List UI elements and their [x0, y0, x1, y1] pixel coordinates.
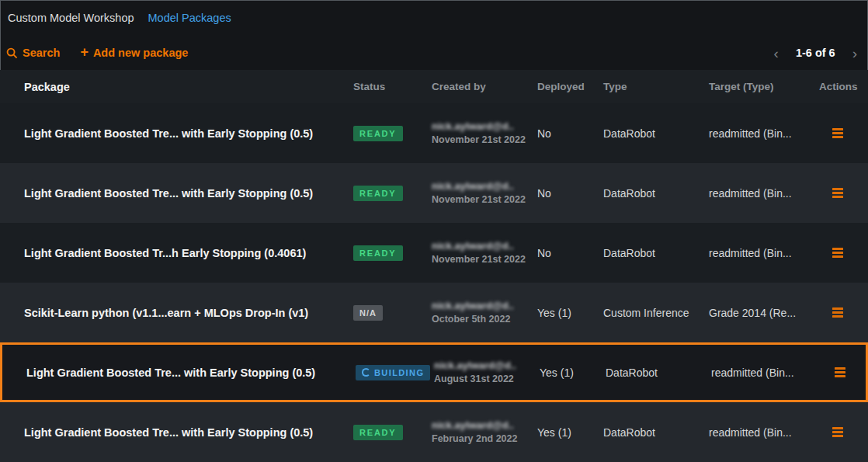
created-by-email: nick.aylward@d..	[432, 120, 537, 134]
search-button[interactable]: Search	[6, 47, 60, 59]
status-badge-label: READY	[359, 428, 397, 437]
toolbar: Search + Add new package ‹ 1-6 of 6 ›	[0, 36, 868, 70]
package-name: Light Gradient Boosted Tre... with Early…	[2, 366, 356, 379]
package-name: Light Gradient Boosted Tre... with Early…	[0, 127, 353, 140]
pagination-prev-icon[interactable]: ‹	[774, 46, 779, 61]
table-row[interactable]: Light Gradient Boosted Tr...h Early Stop…	[0, 223, 868, 283]
created-by-email: nick.aylward@d..	[432, 179, 537, 193]
created-by-email: nick.aylward@d..	[432, 419, 537, 432]
type-value: Custom Inference	[603, 307, 709, 319]
created-date: February 2nd 2022	[432, 432, 537, 446]
column-header-created-by: Created by	[432, 81, 537, 92]
status-badge-label: READY	[359, 189, 397, 198]
table-row[interactable]: Light Gradient Boosted Tre... with Early…	[0, 163, 868, 223]
status-badge: N/A	[353, 305, 383, 321]
deployed-value: Yes (1)	[537, 426, 603, 439]
deployed-value: Yes (1)	[540, 366, 606, 379]
tab-model-packages[interactable]: Model Packages	[148, 12, 231, 24]
target-value: readmitted (Bin...	[709, 426, 819, 439]
column-header-deployed: Deployed	[537, 81, 603, 92]
row-actions-menu-icon[interactable]	[832, 128, 843, 138]
target-value: readmitted (Bin...	[709, 127, 819, 140]
column-header-package: Package	[0, 81, 353, 93]
created-date: October 5th 2022	[432, 313, 537, 326]
type-value: DataRobot	[603, 247, 709, 259]
created-by-email: nick.aylward@d..	[432, 239, 537, 253]
created-date: August 31st 2022	[434, 373, 540, 386]
table-header: Package Status Created by Deployed Type …	[0, 70, 868, 103]
status-badge: BUILDING	[356, 365, 430, 380]
status-badge: READY	[353, 245, 403, 261]
created-by-email: nick.aylward@d..	[432, 299, 537, 313]
add-new-package-label: Add new package	[93, 47, 188, 59]
status-badge: READY	[353, 425, 403, 440]
row-actions-menu-icon[interactable]	[832, 188, 843, 198]
row-actions-menu-icon[interactable]	[832, 307, 843, 318]
target-value: readmitted (Bin...	[709, 247, 819, 259]
status-badge-label: READY	[359, 129, 397, 138]
package-name: Scikit-Learn python (v1.1...earn + MLOps…	[0, 307, 353, 319]
row-actions-menu-icon[interactable]	[835, 367, 845, 377]
table-row[interactable]: Light Gradient Boosted Tre... with Early…	[0, 342, 868, 402]
column-header-target-type: Target (Type)	[709, 81, 819, 92]
pagination: ‹ 1-6 of 6 ›	[774, 46, 857, 61]
status-badge-label: N/A	[359, 308, 377, 318]
pagination-next-icon[interactable]: ›	[852, 46, 857, 61]
target-value: readmitted (Bin...	[711, 366, 821, 379]
status-badge: READY	[353, 186, 403, 201]
search-icon	[6, 47, 18, 59]
row-actions-menu-icon[interactable]	[832, 427, 843, 437]
created-by-email: nick.aylward@d..	[434, 359, 540, 373]
column-header-status: Status	[353, 81, 432, 92]
plus-icon: +	[80, 45, 89, 59]
table-row[interactable]: Light Gradient Boosted Tre... with Early…	[0, 103, 868, 163]
table-body: Light Gradient Boosted Tre... with Early…	[0, 103, 868, 462]
target-value: Grade 2014 (Re...	[709, 307, 819, 319]
table-row[interactable]: Scikit-Learn python (v1.1...earn + MLOps…	[0, 283, 868, 342]
model-packages-page: { "colors": { "accent_orange": "#ef7500"…	[0, 0, 868, 462]
deployed-value: No	[537, 127, 603, 140]
target-value: readmitted (Bin...	[709, 187, 819, 200]
deployed-value: Yes (1)	[537, 307, 603, 319]
column-header-actions: Actions	[819, 81, 868, 92]
titlebar: Custom Model Workshop Model Packages	[0, 0, 868, 36]
pagination-range: 1-6 of 6	[796, 47, 835, 59]
created-date: November 21st 2022	[432, 134, 537, 147]
type-value: DataRobot	[603, 426, 709, 439]
type-value: DataRobot	[603, 187, 709, 200]
add-new-package-button[interactable]: + Add new package	[80, 46, 188, 60]
table-row[interactable]: Light Gradient Boosted Tre... with Early…	[0, 402, 868, 462]
created-date: November 21st 2022	[432, 253, 537, 266]
type-value: DataRobot	[603, 127, 709, 140]
status-badge-label: READY	[359, 248, 397, 258]
type-value: DataRobot	[606, 366, 711, 379]
row-actions-menu-icon[interactable]	[832, 248, 843, 258]
package-name: Light Gradient Boosted Tre... with Early…	[0, 187, 353, 200]
created-date: November 21st 2022	[432, 193, 537, 207]
column-header-type: Type	[603, 81, 709, 92]
deployed-value: No	[537, 247, 603, 259]
status-badge: READY	[353, 126, 403, 141]
package-name: Light Gradient Boosted Tre... with Early…	[0, 426, 353, 439]
package-name: Light Gradient Boosted Tr...h Early Stop…	[0, 247, 353, 259]
deployed-value: No	[537, 187, 603, 200]
search-button-label: Search	[23, 47, 60, 59]
spinner-icon	[362, 368, 370, 377]
status-badge-label: BUILDING	[374, 368, 424, 377]
tab-custom-model-workshop[interactable]: Custom Model Workshop	[8, 12, 134, 24]
